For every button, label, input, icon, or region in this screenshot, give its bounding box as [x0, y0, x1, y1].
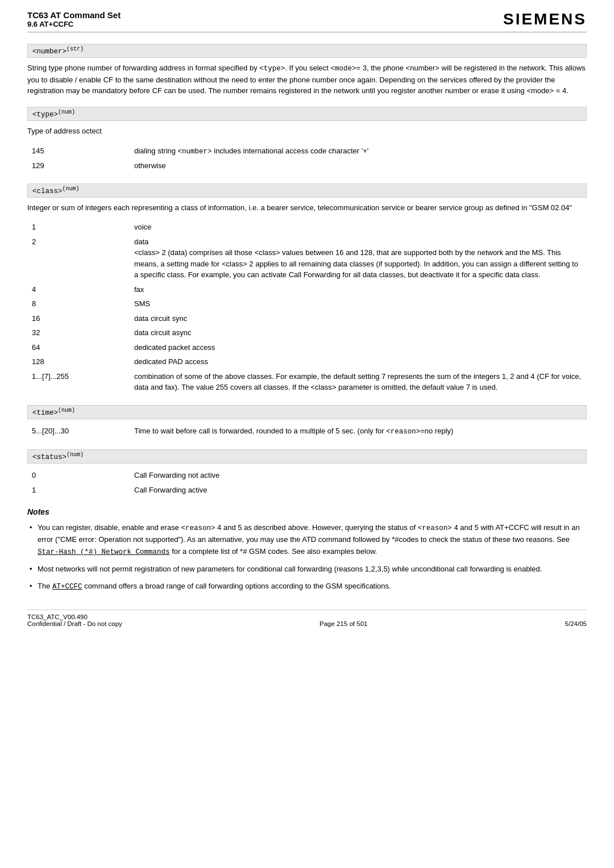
table-row: 16 data circuit sync: [27, 311, 587, 326]
class-value-64: 64: [27, 340, 130, 355]
class-bar-sup: (num): [63, 186, 80, 192]
page-container: TC63 AT Command Set 9.6 AT+CCFC SIEMENS …: [0, 0, 614, 868]
status-desc-1: Call Forwarding active: [130, 483, 587, 498]
table-row: 1...[7]...255 combination of some of the…: [27, 369, 587, 395]
type-desc-129: otherwise: [130, 158, 587, 173]
list-item: Most networks will not permit registrati…: [27, 564, 587, 575]
status-section-bar: <status>(num): [27, 449, 587, 464]
class-desc-range: combination of some of the above classes…: [130, 369, 587, 395]
class-value-128: 128: [27, 354, 130, 369]
table-row: 2 data <class> 2 (data) comprises all th…: [27, 235, 587, 282]
page-header: TC63 AT Command Set 9.6 AT+CCFC SIEMENS: [27, 10, 587, 28]
number-section: <number>(str) String type phone number o…: [27, 44, 587, 97]
header-logo: SIEMENS: [503, 10, 587, 28]
status-bar-label: <status>: [32, 453, 67, 461]
number-bar-label: <number>: [32, 48, 67, 56]
type-value-129: 129: [27, 158, 130, 173]
class-description: Integer or sum of integers each represen…: [27, 202, 587, 214]
status-value-0: 0: [27, 468, 130, 483]
class-section: <class>(num) Integer or sum of integers …: [27, 183, 587, 395]
class-bar-label: <class>: [32, 187, 63, 195]
class-value-8: 8: [27, 297, 130, 311]
class-value-2: 2: [27, 235, 130, 282]
footer-confidential: Confidential / Draft - Do not copy: [27, 620, 122, 627]
class-value-16: 16: [27, 311, 130, 326]
class-desc-16: data circuit sync: [130, 311, 587, 326]
type-desc-145: dialing string <number> includes interna…: [130, 144, 587, 159]
table-row: 4 fax: [27, 282, 587, 297]
class-value-1: 1: [27, 220, 130, 235]
time-value: 5...[20]...30: [27, 424, 130, 439]
status-table: 0 Call Forwarding not active 1 Call Forw…: [27, 468, 587, 497]
time-section: <time>(num) 5...[20]...30 Time to wait b…: [27, 405, 587, 439]
star-hash-link[interactable]: Star-Hash (*#) Network Commands: [38, 548, 170, 556]
type-table: 145 dialing string <number> includes int…: [27, 144, 587, 173]
table-row: 5...[20]...30 Time to wait before call i…: [27, 424, 587, 439]
class-table: 1 voice 2 data <class> 2 (data) comprise…: [27, 220, 587, 395]
class-value-32: 32: [27, 326, 130, 340]
mode-ref: <mode>: [331, 65, 356, 73]
number-section-bar: <number>(str): [27, 44, 587, 58]
atccfc-link[interactable]: AT+CCFC: [52, 583, 82, 591]
header-left: TC63 AT Command Set 9.6 AT+CCFC: [27, 10, 121, 28]
table-row: 32 data circuit async: [27, 326, 587, 340]
status-desc-0: Call Forwarding not active: [130, 468, 587, 483]
class-desc-1: voice: [130, 220, 587, 235]
notes-list: You can register, disable, enable and er…: [27, 522, 587, 592]
time-bar-label: <time>: [32, 409, 58, 417]
table-row: 0 Call Forwarding not active: [27, 468, 587, 483]
class-desc-128: dedicated PAD access: [130, 354, 587, 369]
list-item: You can register, disable, enable and er…: [27, 522, 587, 558]
class-value-range: 1...[7]...255: [27, 369, 130, 395]
table-row: 129 otherwise: [27, 158, 587, 173]
class-desc-32: data circuit async: [130, 326, 587, 340]
type-section-bar: <type>(num): [27, 107, 587, 121]
type-value-145: 145: [27, 144, 130, 159]
footer-doc-id: TC63_ATC_V00.490: [27, 614, 122, 620]
type-bar-sup: (num): [58, 109, 75, 115]
table-row: 1 Call Forwarding active: [27, 483, 587, 498]
status-section: <status>(num) 0 Call Forwarding not acti…: [27, 449, 587, 497]
class-desc-64: dedicated packet access: [130, 340, 587, 355]
status-bar-sup: (num): [67, 452, 84, 458]
header-title: TC63 AT Command Set: [27, 10, 121, 20]
class-value-4: 4: [27, 282, 130, 297]
number-bar-sup: (str): [67, 46, 84, 52]
list-item: The AT+CCFC command offers a broad range…: [27, 581, 587, 592]
footer-date: 5/24/05: [565, 620, 587, 627]
reason-ref-1: <reason>: [181, 524, 215, 532]
table-row: 145 dialing string <number> includes int…: [27, 144, 587, 159]
class-desc-8: SMS: [130, 297, 587, 311]
page-footer: TC63_ATC_V00.490 Confidential / Draft - …: [27, 610, 587, 627]
type-description: Type of address octect: [27, 126, 587, 137]
footer-page-number: Page 215 of 501: [320, 620, 367, 627]
number-description: String type phone number of forwarding a…: [27, 62, 587, 97]
type-section: <type>(num) Type of address octect 145 d…: [27, 107, 587, 173]
time-bar-sup: (num): [58, 407, 75, 414]
notes-title: Notes: [27, 507, 587, 516]
status-value-1: 1: [27, 483, 130, 498]
type-bar-label: <type>: [32, 111, 58, 119]
table-row: 8 SMS: [27, 297, 587, 311]
table-row: 64 dedicated packet access: [27, 340, 587, 355]
type-ref: <type>: [259, 65, 285, 73]
reason-ref-2: <reason>: [418, 524, 452, 532]
notes-section: Notes You can register, disable, enable …: [27, 507, 587, 592]
time-desc: Time to wait before call is forwarded, r…: [130, 424, 587, 439]
table-row: 1 voice: [27, 220, 587, 235]
class-desc-4: fax: [130, 282, 587, 297]
time-table: 5...[20]...30 Time to wait before call i…: [27, 424, 587, 439]
header-divider: [27, 32, 587, 32]
class-desc-2: data <class> 2 (data) comprises all thos…: [130, 235, 587, 282]
table-row: 128 dedicated PAD access: [27, 354, 587, 369]
footer-left: TC63_ATC_V00.490 Confidential / Draft - …: [27, 614, 122, 627]
class-section-bar: <class>(num): [27, 183, 587, 198]
header-subtitle: 9.6 AT+CCFC: [27, 20, 121, 28]
time-section-bar: <time>(num): [27, 405, 587, 419]
